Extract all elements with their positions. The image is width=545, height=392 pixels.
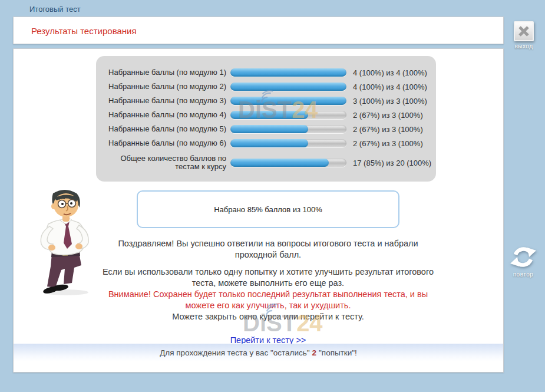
warning-text: Внимание! Сохранен будет только последни… [97,289,439,311]
result-row: Набранные баллы (по модулю 6)2 (67%) из … [96,136,436,150]
result-row-value: 3 (100%) из 3 (100%) [346,97,427,106]
result-row-value: 17 (85%) из 20 (100%) [346,159,431,167]
results-rows: Набранные баллы (по модулю 1)4 (100%) из… [96,65,436,174]
result-row-label: Набранные баллы (по модулю 4) [96,111,230,119]
result-row: Общее количество баллов по тестам к курс… [96,151,436,174]
progress-bar-fill [230,83,346,91]
progress-bar-track [230,97,346,105]
window-title: Итоговый тест [29,5,81,14]
attempts-count: 2 [310,348,319,357]
progress-bar-fill [230,139,308,147]
result-row-label: Набранные баллы (по модулю 3) [96,97,230,105]
result-row: Набранные баллы (по модулю 5)2 (67%) из … [96,122,436,136]
retry-info-text: Если вы использовали только одну попытку… [97,266,439,289]
header-panel: Результаты тестирования [13,17,504,44]
progress-bar-fill [230,111,308,119]
result-row-label: Набранные баллы (по модулю 5) [96,125,230,133]
result-row-value: 4 (100%) из 4 (100%) [346,68,427,77]
progress-bar-fill [230,97,346,105]
repeat-refresh-icon [509,243,537,271]
repeat-button-label: повтор [506,271,541,278]
result-row: Набранные баллы (по модулю 1)4 (100%) из… [96,65,436,80]
result-row-value: 2 (67%) из 3 (100%) [346,125,423,134]
congratulations-text: Поздравляем! Вы успешно ответили на вопр… [97,238,439,261]
progress-bar-fill [230,159,329,167]
close-icon [517,25,530,38]
attempts-text-before: Для прохождения теста у вас "остались" [160,348,309,357]
teacher-character-illustration [25,187,104,297]
repeat-button[interactable] [509,243,537,271]
messages-block: Поздравляем! Вы успешно ответили на вопр… [97,238,439,346]
exit-button[interactable] [514,21,534,41]
score-summary-box: Набрано 85% баллов из 100% [137,190,399,228]
page-title: Результаты тестирования [31,26,137,36]
result-row-label: Общее количество баллов по тестам к курс… [96,154,230,171]
result-row-value: 2 (67%) из 3 (100%) [346,139,423,148]
result-row-label: Набранные баллы (по модулю 6) [96,139,230,147]
score-summary-text: Набрано 85% баллов из 100% [214,205,322,214]
result-row: Набранные баллы (по модулю 3)3 (100%) из… [96,94,436,108]
result-row: Набранные баллы (по модулю 4)2 (67%) из … [96,108,436,122]
result-row: Набранные баллы (по модулю 2)4 (100%) из… [96,80,436,94]
progress-bar-track [230,125,346,133]
exit-button-label: выход [506,43,541,50]
results-panel: Набранные баллы (по модулю 1)4 (100%) из… [96,56,436,182]
result-row-value: 2 (67%) из 3 (100%) [346,111,423,120]
result-row-label: Набранные баллы (по модулю 2) [96,83,230,91]
progress-bar-fill [230,125,308,133]
result-row-value: 4 (100%) из 4 (100%) [346,83,427,91]
progress-bar-track [230,111,346,119]
attempts-footer-bar: Для прохождения теста у вас "остались" 2… [14,344,503,361]
test-results-page: Итоговый тест Результаты тестирования На… [0,0,545,392]
progress-bar-fill [230,68,346,77]
progress-bar-track [230,139,346,147]
close-or-goto-text: Можете закрыть окно курса или перейти к … [97,311,439,322]
progress-bar-track [230,68,346,77]
attempts-text-after: "попытки"! [319,348,357,357]
progress-bar-track [230,83,346,91]
progress-bar-track [230,159,346,167]
result-row-label: Набранные баллы (по модулю 1) [96,68,230,77]
